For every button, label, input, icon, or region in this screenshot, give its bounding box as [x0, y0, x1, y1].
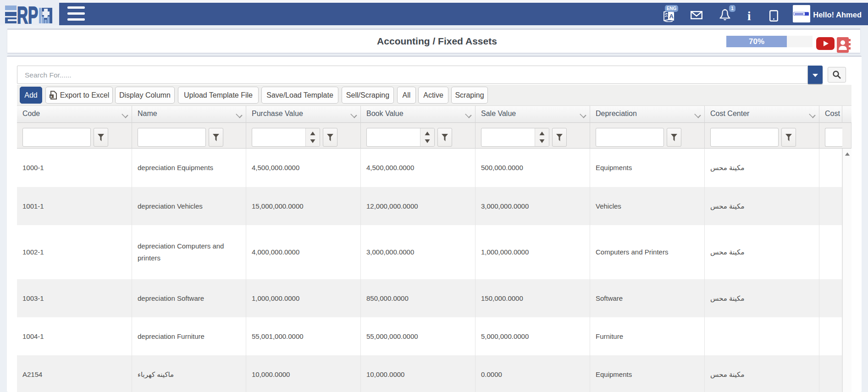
- svg-text:RP: RP: [17, 2, 38, 25]
- svg-text:x: x: [50, 94, 52, 99]
- svg-text:A: A: [669, 13, 674, 20]
